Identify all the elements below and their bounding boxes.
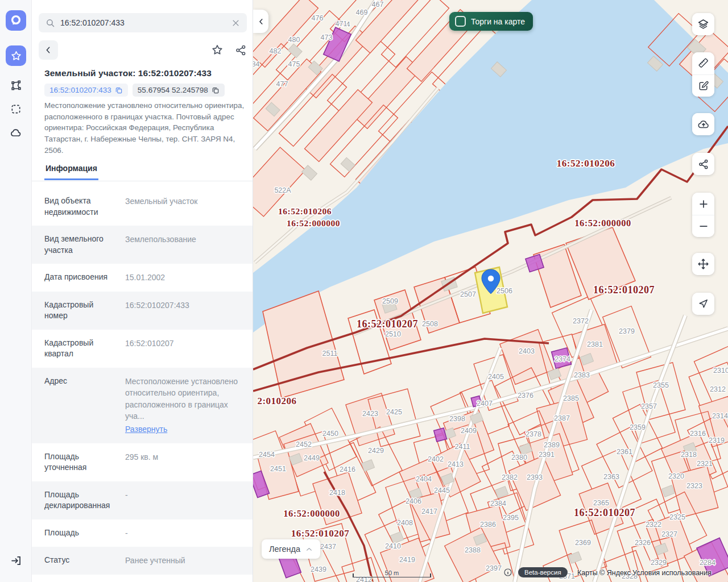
tab-information[interactable]: Информация — [44, 164, 98, 180]
quarter-label: 16:52:000000 — [574, 218, 631, 228]
parcel-number-label: 2423 — [362, 410, 378, 418]
parcel-number-label: 2425 — [386, 408, 402, 416]
info-row-label: Кадастровый квартал — [44, 338, 117, 360]
info-row-value: 16:52:010207 — [125, 338, 246, 360]
quarter-label: 16:52:000000 — [287, 218, 340, 228]
parcel-number-label: 2398 — [449, 415, 465, 423]
parcel-number-label: 2365 — [593, 499, 609, 507]
parcel-number-label: 2404 — [416, 475, 432, 483]
cadastral-map[interactable]: 467469474476471480473482484475477522A251… — [253, 0, 728, 582]
info-row-value: Местоположение установлено относительно … — [125, 376, 246, 435]
quarter-label: 16:52:010206 — [278, 206, 332, 216]
parcel-number-label: 2378 — [526, 430, 541, 438]
parcel-number-label: 469 — [356, 9, 368, 16]
info-row: Кадастровый квартал16:52:010207 — [32, 330, 253, 368]
parcel-number-label: 2387 — [554, 414, 570, 422]
parcel-number-label: 2321 — [697, 460, 713, 468]
beta-badge: Beta-версия — [518, 567, 568, 577]
share-map-button[interactable] — [692, 153, 714, 175]
layers-button[interactable] — [692, 13, 714, 35]
parcel-number-label: 2322 — [646, 521, 661, 529]
divider — [32, 181, 253, 181]
parcel-number-label: 2361 — [617, 448, 632, 456]
info-row-value: 15.01.2002 — [125, 272, 246, 283]
sign-in-button[interactable] — [6, 550, 26, 571]
search-input[interactable] — [60, 18, 226, 27]
pan-button[interactable] — [692, 253, 714, 275]
parcel-number-label: 2413 — [448, 460, 464, 468]
back-button[interactable] — [39, 40, 58, 60]
move-icon — [697, 258, 709, 270]
info-row: Вид объекта недвижимостиЗемельный участо… — [32, 188, 253, 226]
copy-button[interactable] — [212, 86, 220, 94]
copy-button[interactable] — [115, 86, 123, 94]
parcel-number-label: 471 — [336, 20, 348, 28]
parcel-number-label: 2359 — [630, 423, 646, 431]
sidebar-item-favorites[interactable] — [6, 45, 26, 66]
parcel-number-label: 484 — [253, 60, 259, 68]
coordinates-badge[interactable]: 55.67954 52.245798 — [133, 84, 225, 97]
trades-toggle-label: Торги на карте — [471, 17, 525, 26]
locate-button[interactable] — [692, 293, 714, 315]
share-button[interactable] — [235, 44, 247, 56]
legend-button[interactable]: Легенда — [262, 539, 320, 559]
parcel-number-label: 2386 — [480, 521, 496, 529]
parcel-number-label: 2372 — [573, 317, 589, 325]
draw-button[interactable] — [692, 74, 714, 97]
expand-link[interactable]: Развернуть — [125, 423, 167, 435]
clear-search-button[interactable] — [231, 19, 240, 27]
parcel-number-label: 2511 — [322, 350, 338, 357]
parcel-number-label: 2312 — [710, 385, 726, 393]
parcel-number-label: 477 — [276, 80, 288, 88]
sign-in-icon — [10, 555, 22, 567]
parcel-number-label: 2388 — [465, 546, 481, 554]
collapse-panel-button[interactable] — [253, 10, 268, 33]
info-button[interactable] — [503, 568, 512, 579]
app-logo-icon[interactable] — [6, 10, 26, 31]
quarter-label: 16:52:010207 — [291, 528, 349, 539]
info-table: Вид объекта недвижимостиЗемельный участо… — [32, 188, 253, 582]
page-title: Земельный участок: 16:52:010207:433 — [44, 68, 243, 78]
favorite-button[interactable] — [211, 44, 224, 56]
zoom-out-button[interactable] — [692, 215, 714, 237]
map-footer: Beta-версия Карты © Яндекс Условия испол… — [253, 567, 728, 580]
info-row: Вид земельного участкаЗемлепользование — [32, 226, 253, 264]
quarter-label: 16:52:000000 — [283, 508, 340, 519]
info-row-label: Кадастровый номер — [44, 300, 117, 322]
zoom-in-button[interactable] — [692, 193, 714, 215]
parcel-number-label: 2320 — [668, 472, 684, 480]
sidebar-item-select-area[interactable] — [6, 99, 26, 119]
trades-on-map-toggle[interactable]: Торги на карте — [449, 12, 533, 31]
terms-link[interactable]: Условия использования — [632, 569, 712, 577]
copy-icon — [212, 86, 220, 94]
cloud-icon — [10, 127, 22, 139]
info-row-value: - — [125, 527, 246, 539]
info-row: Площадь декларированная- — [32, 481, 253, 519]
edit-icon — [698, 80, 709, 92]
info-row: Категория земельЗемли населенных пунктов — [32, 575, 253, 582]
panel-toolbar — [39, 40, 247, 60]
upload-button[interactable] — [692, 113, 714, 135]
parcel-number-label: 2357 — [641, 402, 657, 410]
info-row-value: 16:52:010207:433 — [125, 300, 246, 322]
info-row: Кадастровый номер16:52:010207:433 — [32, 292, 253, 330]
parcel-number-label: 2450 — [322, 430, 338, 438]
parcel-number-label: 2323 — [686, 482, 702, 490]
trades-checkbox[interactable] — [455, 16, 466, 27]
parcel-number-label: 2445 — [434, 487, 450, 494]
share-icon — [235, 44, 247, 56]
cadastral-number-badge[interactable]: 16:52:010207:433 — [44, 84, 128, 97]
sidebar-item-polygon-tool[interactable] — [6, 75, 26, 95]
measure-button[interactable] — [692, 52, 714, 74]
map-area[interactable]: 467469474476471480473482484475477522A251… — [253, 0, 728, 582]
info-row: Площадь уточненная295 кв. м — [32, 443, 253, 481]
select-area-icon — [10, 103, 22, 115]
parcel-number-label: 2419 — [399, 556, 415, 564]
info-row-label: Площадь — [44, 527, 117, 539]
sidebar-item-cloud[interactable] — [6, 123, 26, 143]
parcel-number-label: 2411 — [455, 443, 470, 451]
info-row-value: Землепользование — [125, 234, 246, 256]
parcel-number-label: 2429 — [368, 447, 384, 455]
search-bar[interactable] — [39, 13, 247, 32]
parcel-number-label: 2382 — [502, 473, 518, 481]
